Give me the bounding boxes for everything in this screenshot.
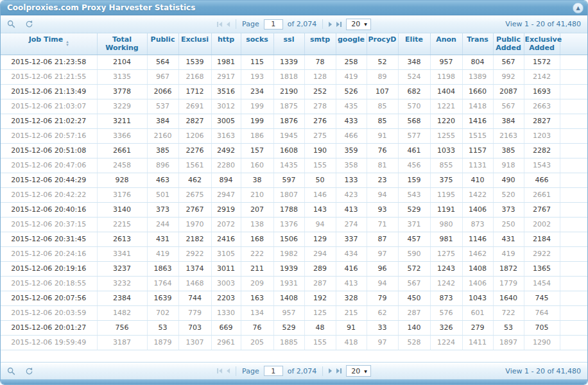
column-header[interactable]: http — [211, 33, 241, 55]
column-header[interactable]: Exclusi — [178, 33, 211, 55]
stat-cell: 1195 — [430, 187, 462, 202]
table-row[interactable]: 2015-12-06 20:44:29928463462894385975013… — [1, 173, 587, 187]
stat-cell: 186 — [241, 128, 273, 143]
first-page-button[interactable] — [217, 22, 222, 27]
chevron-up-icon: ▲ — [576, 6, 580, 11]
column-header[interactable]: socks — [241, 33, 273, 55]
refresh-icon[interactable] — [25, 367, 33, 375]
stat-cell: 3105 — [211, 246, 241, 261]
column-header[interactable]: ssl — [273, 33, 304, 55]
column-header[interactable]: Anon — [430, 33, 462, 55]
table-row[interactable]: 2015-12-06 20:19:16323718631374301121119… — [1, 261, 587, 276]
collapse-button[interactable]: ▲ — [573, 3, 584, 13]
table-row[interactable]: 2015-12-06 21:13:49377820661712351623421… — [1, 84, 587, 99]
next-page-button[interactable] — [329, 22, 332, 27]
table-row[interactable]: 2015-12-06 20:37:15221524419702072138137… — [1, 217, 587, 232]
stat-cell: 722 — [493, 305, 524, 320]
stat-cell: 3135 — [97, 69, 147, 84]
prev-page-button[interactable] — [227, 368, 230, 373]
stat-cell: 1543 — [524, 158, 560, 173]
stat-cell: 1206 — [178, 128, 211, 143]
pager-separator — [236, 19, 236, 29]
stat-cell: 371 — [398, 217, 430, 232]
stat-cell: 1422 — [462, 187, 493, 202]
stat-cell: 1043 — [462, 291, 493, 305]
table-row[interactable]: 2015-12-06 20:03:59148270277913301349571… — [1, 305, 587, 320]
next-page-button[interactable] — [329, 368, 332, 373]
stat-cell: 97 — [367, 335, 398, 350]
table-row[interactable]: 2015-12-06 20:42:22317650126752947210180… — [1, 187, 587, 202]
stat-cell: 1879 — [147, 335, 178, 350]
stat-cell: 967 — [147, 69, 178, 84]
stat-cell: 3012 — [211, 99, 241, 114]
page-input[interactable] — [264, 366, 283, 376]
column-header-label: smtp — [310, 35, 330, 44]
column-header[interactable]: smtp — [304, 33, 336, 55]
table-row[interactable]: 2015-12-06 20:01:27756537036697652948913… — [1, 320, 587, 335]
table-row[interactable]: 2015-12-06 20:57:16336621601206316318619… — [1, 128, 587, 143]
table-row[interactable]: 2015-12-06 20:31:45261343121822416168150… — [1, 232, 587, 246]
page-size-select[interactable]: 20 ▼ — [346, 19, 371, 30]
filler-cell — [560, 143, 587, 158]
stat-cell: 1418 — [462, 99, 493, 114]
table-row[interactable]: 2015-12-06 19:59:49318718791307296120518… — [1, 335, 587, 350]
stat-cell: 2922 — [524, 246, 560, 261]
column-header[interactable]: Trans — [462, 33, 493, 55]
table-row[interactable]: 2015-12-06 20:24:16334141929223105222198… — [1, 246, 587, 261]
stat-cell: 138 — [241, 217, 273, 232]
stat-cell: 50 — [304, 173, 336, 187]
column-header[interactable]: Public — [147, 33, 178, 55]
job-time-cell: 2015-12-06 20:57:16 — [1, 128, 97, 143]
column-header-label: Exclusi — [181, 35, 209, 44]
stat-cell: 76 — [367, 143, 398, 158]
filler-cell — [560, 114, 587, 128]
stat-cell: 3011 — [211, 261, 241, 276]
column-header-label: Trans — [467, 35, 489, 44]
filler-cell — [560, 187, 587, 202]
table-row[interactable]: 2015-12-06 21:03:07322953726913012199187… — [1, 99, 587, 114]
column-header[interactable]: ProcyD — [367, 33, 398, 55]
table-row[interactable]: 2015-12-06 20:40:16314037327672919207178… — [1, 202, 587, 217]
stat-cell: 894 — [211, 173, 241, 187]
table-row[interactable]: 2015-12-06 20:07:56238416397442203163140… — [1, 291, 587, 305]
stat-cell: 2142 — [524, 69, 560, 84]
last-page-button[interactable] — [336, 22, 342, 27]
stat-cell: 205 — [241, 335, 273, 350]
stat-cell: 490 — [493, 173, 524, 187]
column-header[interactable]: Public Added — [493, 33, 524, 55]
stat-cell: 456 — [398, 158, 430, 173]
first-page-button[interactable] — [217, 368, 222, 373]
filler-cell — [560, 305, 587, 320]
table-row[interactable]: 2015-12-06 20:47:06245889615612280160143… — [1, 158, 587, 173]
column-header-label: Public — [151, 35, 175, 44]
column-header[interactable]: google — [336, 33, 367, 55]
table-row[interactable]: 2015-12-06 21:02:27321138428273005199187… — [1, 114, 587, 128]
stat-cell: 78 — [304, 55, 336, 69]
column-header[interactable]: Exclusive Added — [524, 33, 560, 55]
stat-cell: 873 — [462, 217, 493, 232]
table-row[interactable]: 2015-12-06 21:23:58210456415391981115133… — [1, 55, 587, 69]
search-icon[interactable] — [7, 20, 15, 28]
column-header[interactable]: Total Working — [97, 33, 147, 55]
table-row[interactable]: 2015-12-06 21:21:55313596721682917193181… — [1, 69, 587, 84]
stat-cell: 1506 — [273, 232, 304, 246]
stat-cell: 384 — [147, 114, 178, 128]
stat-cell: 896 — [147, 158, 178, 173]
search-icon[interactable] — [7, 367, 15, 375]
table-row[interactable]: 2015-12-06 20:18:55323217641468300320919… — [1, 276, 587, 291]
page-input[interactable] — [264, 19, 283, 30]
stat-cell: 274 — [336, 217, 367, 232]
refresh-icon[interactable] — [25, 20, 33, 28]
stat-cell: 1416 — [462, 114, 493, 128]
stat-cell: 1406 — [462, 202, 493, 217]
page-label: Page — [242, 367, 259, 375]
column-header[interactable]: Elite — [398, 33, 430, 55]
last-page-button[interactable] — [336, 368, 342, 373]
column-header[interactable]: Job Time▴▾ — [1, 33, 97, 55]
stat-cell: 52 — [367, 55, 398, 69]
prev-page-button[interactable] — [227, 22, 230, 27]
page-size-select[interactable]: 20 ▼ — [346, 365, 371, 377]
table-row[interactable]: 2015-12-06 20:51:08266138522762492157160… — [1, 143, 587, 158]
stat-cell: 2168 — [178, 69, 211, 84]
stat-cell: 107 — [367, 84, 398, 99]
